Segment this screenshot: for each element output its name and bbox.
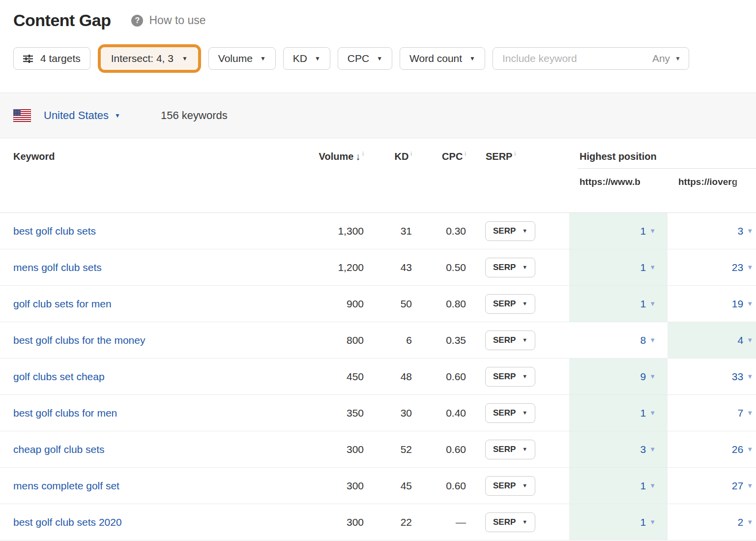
volume-value: 300: [307, 468, 364, 504]
cpc-value: —: [412, 504, 466, 540]
chevron-down-icon: ▼: [522, 483, 527, 488]
include-keyword-input[interactable]: Include keyword Any ▼: [493, 47, 689, 70]
table-row: mens complete golf set 300 45 0.60 SERP …: [0, 468, 756, 504]
position-target1[interactable]: 8 ▼: [569, 322, 668, 358]
table-row: golf clubs set cheap 450 48 0.60 SERP ▼ …: [0, 359, 756, 395]
volume-value: 300: [307, 431, 364, 467]
serp-button-label: SERP: [493, 226, 516, 236]
targets-label: 4 targets: [40, 53, 81, 64]
position-target2[interactable]: 26 ▼: [668, 431, 756, 467]
info-icon: i: [410, 150, 412, 157]
table-body: best golf club sets 1,300 31 0.30 SERP ▼…: [0, 213, 756, 541]
volume-value: 300: [307, 504, 364, 540]
position-target1[interactable]: 3 ▼: [569, 431, 668, 467]
column-header-kd[interactable]: KDi: [364, 138, 412, 162]
keyword-link[interactable]: best golf clubs for men: [13, 407, 117, 419]
position-target1[interactable]: 1 ▼: [569, 395, 668, 431]
serp-dropdown-button[interactable]: SERP ▼: [485, 476, 535, 496]
table-row: best golf club sets 1,300 31 0.30 SERP ▼…: [0, 213, 756, 249]
kd-filter-button[interactable]: KD ▼: [283, 47, 330, 70]
keywords-count: 156 keywords: [161, 109, 228, 122]
how-to-use-link[interactable]: ? How to use: [131, 14, 205, 27]
kd-value: 6: [364, 322, 412, 358]
serp-dropdown-button[interactable]: SERP ▼: [485, 331, 535, 350]
keyword-mode-dropdown[interactable]: Any ▼: [652, 53, 681, 64]
volume-filter-label: Volume: [218, 53, 253, 64]
position-target2[interactable]: 3 ▼: [668, 213, 756, 249]
targets-button[interactable]: 4 targets: [13, 47, 90, 70]
position-target1[interactable]: 1 ▼: [569, 286, 668, 322]
position-target2[interactable]: 7 ▼: [668, 395, 756, 431]
serp-dropdown-button[interactable]: SERP ▼: [485, 294, 535, 314]
word-count-filter-button[interactable]: Word count ▼: [400, 47, 485, 70]
serp-dropdown-button[interactable]: SERP ▼: [485, 367, 535, 387]
position-value: 2: [737, 516, 743, 528]
chevron-down-icon: ▼: [649, 410, 656, 416]
position-target1[interactable]: 9 ▼: [569, 359, 668, 394]
position-value: 1: [640, 225, 646, 237]
serp-dropdown-button[interactable]: SERP ▼: [485, 440, 535, 459]
serp-button-label: SERP: [493, 481, 516, 491]
target2-url-header[interactable]: https://ioverg: [668, 177, 756, 187]
volume-filter-button[interactable]: Volume ▼: [208, 47, 276, 70]
keyword-link[interactable]: mens complete golf set: [13, 480, 119, 492]
kd-value: 45: [364, 468, 412, 504]
how-to-use-label: How to use: [149, 14, 205, 27]
volume-value: 1,300: [307, 213, 364, 249]
position-target2[interactable]: 2 ▼: [668, 504, 756, 540]
serp-header-label: SERP: [486, 151, 512, 162]
position-target1[interactable]: 1 ▼: [569, 504, 668, 540]
position-target1[interactable]: 1 ▼: [569, 213, 668, 249]
position-target1[interactable]: 1 ▼: [569, 249, 668, 285]
chevron-down-icon: ▼: [522, 519, 527, 525]
filter-bar: 4 targets Intersect: 4, 3 ▼ Volume ▼ KD …: [0, 43, 756, 74]
table-row: cheap golf club sets 300 52 0.60 SERP ▼ …: [0, 431, 756, 468]
position-target2[interactable]: 4 ▼: [668, 322, 756, 358]
position-value: 26: [732, 444, 743, 455]
chevron-down-icon: ▼: [747, 337, 753, 343]
serp-button-label: SERP: [493, 445, 516, 454]
keyword-link[interactable]: best golf club sets: [13, 225, 96, 237]
serp-dropdown-button[interactable]: SERP ▼: [485, 403, 535, 423]
cpc-filter-button[interactable]: CPC ▼: [338, 47, 392, 70]
position-target1[interactable]: 1 ▼: [569, 468, 668, 504]
keyword-link[interactable]: best golf club sets 2020: [13, 516, 122, 528]
serp-button-label: SERP: [493, 408, 516, 418]
kd-value: 31: [364, 213, 412, 249]
kd-value: 50: [364, 286, 412, 322]
kd-value: 22: [364, 504, 412, 540]
chevron-down-icon: ▼: [469, 56, 475, 61]
serp-dropdown-button[interactable]: SERP ▼: [485, 512, 535, 532]
cpc-value: 0.80: [412, 286, 466, 322]
column-header-cpc[interactable]: CPCi: [412, 138, 466, 162]
chevron-down-icon: ▼: [747, 519, 753, 525]
column-header-keyword[interactable]: Keyword: [0, 138, 307, 162]
target1-url-header[interactable]: https://www.b: [569, 177, 668, 187]
keyword-link[interactable]: cheap golf club sets: [13, 444, 105, 455]
chevron-down-icon: ▼: [747, 482, 753, 489]
chevron-down-icon: ▼: [522, 265, 527, 270]
keyword-link[interactable]: golf clubs set cheap: [13, 371, 105, 383]
cpc-value: 0.50: [412, 249, 466, 285]
chevron-down-icon: ▼: [649, 228, 656, 234]
position-target2[interactable]: 33 ▼: [668, 359, 756, 394]
serp-button-label: SERP: [493, 263, 516, 272]
info-icon: i: [514, 150, 516, 157]
position-target2[interactable]: 27 ▼: [668, 468, 756, 504]
intersect-label: Intersect: 4, 3: [111, 53, 174, 64]
country-selector[interactable]: United States ▼: [44, 109, 120, 122]
keyword-link[interactable]: mens golf club sets: [13, 262, 102, 273]
position-target2[interactable]: 23 ▼: [668, 249, 756, 285]
sort-desc-icon: ↓: [355, 151, 360, 162]
keyword-link[interactable]: best golf clubs for the money: [13, 334, 145, 346]
cpc-header-label: CPC: [442, 151, 463, 162]
position-target2[interactable]: 19 ▼: [668, 286, 756, 322]
intersect-dropdown-button[interactable]: Intersect: 4, 3 ▼: [101, 47, 198, 70]
serp-dropdown-button[interactable]: SERP ▼: [485, 221, 535, 241]
column-header-volume[interactable]: Volume↓i: [307, 138, 364, 162]
country-label: United States: [44, 109, 109, 122]
serp-dropdown-button[interactable]: SERP ▼: [485, 258, 535, 277]
keyword-link[interactable]: golf club sets for men: [13, 298, 112, 310]
chevron-down-icon: ▼: [377, 56, 382, 61]
position-value: 1: [640, 407, 646, 419]
